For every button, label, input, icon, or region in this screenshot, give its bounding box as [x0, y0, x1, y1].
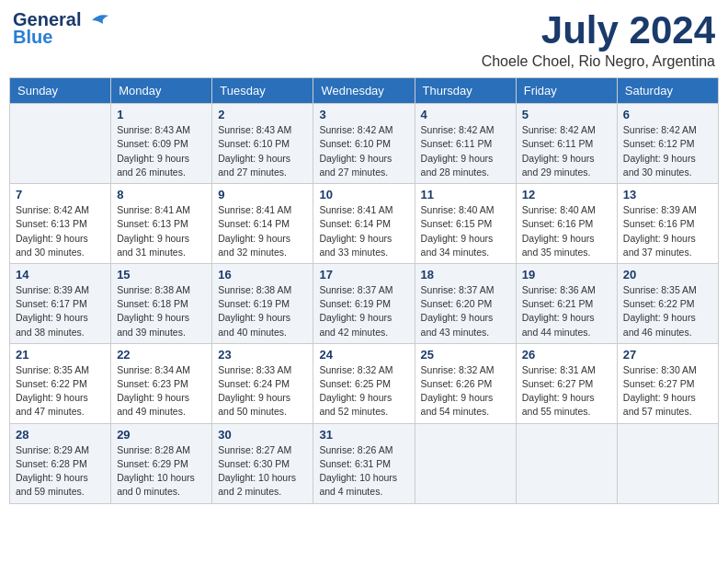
calendar-cell: 29Sunrise: 8:28 AM Sunset: 6:29 PM Dayli…: [111, 423, 212, 503]
calendar-cell: 8Sunrise: 8:41 AM Sunset: 6:13 PM Daylig…: [111, 184, 212, 264]
calendar-week-row: 1Sunrise: 8:43 AM Sunset: 6:09 PM Daylig…: [10, 104, 719, 184]
calendar-week-row: 7Sunrise: 8:42 AM Sunset: 6:13 PM Daylig…: [10, 184, 719, 264]
calendar-cell: 28Sunrise: 8:29 AM Sunset: 6:28 PM Dayli…: [10, 423, 111, 503]
calendar-cell: 9Sunrise: 8:41 AM Sunset: 6:14 PM Daylig…: [212, 184, 313, 264]
logo: General Blue: [13, 9, 110, 48]
calendar-cell: 23Sunrise: 8:33 AM Sunset: 6:24 PM Dayli…: [212, 343, 313, 423]
calendar-week-row: 28Sunrise: 8:29 AM Sunset: 6:28 PM Dayli…: [10, 423, 719, 503]
calendar-header-row: SundayMondayTuesdayWednesdayThursdayFrid…: [10, 78, 719, 104]
day-number: 2: [218, 108, 307, 121]
day-number: 9: [218, 188, 307, 201]
day-detail: Sunrise: 8:38 AM Sunset: 6:19 PM Dayligh…: [218, 283, 307, 339]
calendar-cell: 5Sunrise: 8:42 AM Sunset: 6:11 PM Daylig…: [516, 104, 617, 184]
day-number: 15: [117, 268, 206, 282]
day-detail: Sunrise: 8:33 AM Sunset: 6:24 PM Dayligh…: [218, 363, 307, 419]
day-detail: Sunrise: 8:34 AM Sunset: 6:23 PM Dayligh…: [117, 363, 206, 419]
day-detail: Sunrise: 8:37 AM Sunset: 6:20 PM Dayligh…: [421, 283, 510, 339]
day-number: 4: [421, 108, 510, 121]
day-detail: Sunrise: 8:32 AM Sunset: 6:26 PM Dayligh…: [421, 363, 510, 419]
day-detail: Sunrise: 8:42 AM Sunset: 6:13 PM Dayligh…: [16, 203, 105, 259]
calendar-cell: 26Sunrise: 8:31 AM Sunset: 6:27 PM Dayli…: [516, 343, 617, 423]
calendar-cell: 22Sunrise: 8:34 AM Sunset: 6:23 PM Dayli…: [111, 343, 212, 423]
calendar-cell: 21Sunrise: 8:35 AM Sunset: 6:22 PM Dayli…: [10, 343, 111, 423]
month-title: July 2024: [482, 9, 715, 52]
day-number: 13: [623, 188, 712, 201]
calendar-week-row: 14Sunrise: 8:39 AM Sunset: 6:17 PM Dayli…: [10, 263, 719, 343]
day-number: 31: [319, 428, 408, 442]
day-detail: Sunrise: 8:36 AM Sunset: 6:21 PM Dayligh…: [522, 283, 611, 339]
day-detail: Sunrise: 8:29 AM Sunset: 6:28 PM Dayligh…: [16, 443, 105, 500]
day-detail: Sunrise: 8:26 AM Sunset: 6:31 PM Dayligh…: [319, 443, 408, 500]
title-area: July 2024 Choele Choel, Rio Negro, Argen…: [482, 9, 715, 70]
calendar-cell: 16Sunrise: 8:38 AM Sunset: 6:19 PM Dayli…: [212, 263, 313, 343]
day-number: 18: [421, 268, 510, 282]
day-detail: Sunrise: 8:35 AM Sunset: 6:22 PM Dayligh…: [623, 283, 712, 339]
day-detail: Sunrise: 8:41 AM Sunset: 6:14 PM Dayligh…: [218, 203, 307, 259]
day-detail: Sunrise: 8:40 AM Sunset: 6:16 PM Dayligh…: [522, 203, 611, 259]
day-detail: Sunrise: 8:41 AM Sunset: 6:13 PM Dayligh…: [117, 203, 206, 259]
calendar-cell: 25Sunrise: 8:32 AM Sunset: 6:26 PM Dayli…: [415, 343, 516, 423]
calendar-table: SundayMondayTuesdayWednesdayThursdayFrid…: [9, 77, 719, 503]
day-number: 22: [117, 348, 206, 362]
logo-bird-icon: [83, 11, 110, 29]
day-detail: Sunrise: 8:31 AM Sunset: 6:27 PM Dayligh…: [522, 363, 611, 419]
calendar-cell: 31Sunrise: 8:26 AM Sunset: 6:31 PM Dayli…: [313, 423, 415, 503]
day-detail: Sunrise: 8:43 AM Sunset: 6:10 PM Dayligh…: [218, 123, 307, 179]
location-title: Choele Choel, Rio Negro, Argentina: [482, 53, 715, 70]
day-number: 19: [522, 268, 611, 282]
calendar-cell: 14Sunrise: 8:39 AM Sunset: 6:17 PM Dayli…: [10, 263, 111, 343]
calendar-cell: 18Sunrise: 8:37 AM Sunset: 6:20 PM Dayli…: [415, 263, 516, 343]
day-detail: Sunrise: 8:39 AM Sunset: 6:17 PM Dayligh…: [16, 283, 105, 339]
day-number: 6: [623, 108, 712, 121]
weekday-header-thursday: Thursday: [415, 78, 516, 104]
day-number: 3: [319, 108, 408, 121]
day-number: 11: [421, 188, 510, 201]
day-detail: Sunrise: 8:42 AM Sunset: 6:11 PM Dayligh…: [522, 123, 611, 179]
day-number: 10: [319, 188, 408, 201]
day-number: 29: [117, 428, 206, 442]
calendar-cell: 11Sunrise: 8:40 AM Sunset: 6:15 PM Dayli…: [415, 184, 516, 264]
weekday-header-wednesday: Wednesday: [313, 78, 415, 104]
day-number: 7: [16, 188, 105, 201]
day-number: 21: [16, 348, 105, 362]
day-detail: Sunrise: 8:42 AM Sunset: 6:12 PM Dayligh…: [623, 123, 712, 179]
calendar-cell: 27Sunrise: 8:30 AM Sunset: 6:27 PM Dayli…: [617, 343, 718, 423]
day-number: 23: [218, 348, 307, 362]
day-number: 27: [623, 348, 712, 362]
calendar-cell: [617, 423, 718, 503]
calendar-cell: 10Sunrise: 8:41 AM Sunset: 6:14 PM Dayli…: [313, 184, 415, 264]
day-detail: Sunrise: 8:30 AM Sunset: 6:27 PM Dayligh…: [623, 363, 712, 419]
calendar-cell: 1Sunrise: 8:43 AM Sunset: 6:09 PM Daylig…: [111, 104, 212, 184]
day-detail: Sunrise: 8:35 AM Sunset: 6:22 PM Dayligh…: [16, 363, 105, 419]
day-number: 1: [117, 108, 206, 121]
day-detail: Sunrise: 8:42 AM Sunset: 6:11 PM Dayligh…: [421, 123, 510, 179]
calendar-cell: 2Sunrise: 8:43 AM Sunset: 6:10 PM Daylig…: [212, 104, 313, 184]
weekday-header-friday: Friday: [516, 78, 617, 104]
calendar-week-row: 21Sunrise: 8:35 AM Sunset: 6:22 PM Dayli…: [10, 343, 719, 423]
calendar-cell: [10, 104, 111, 184]
day-number: 26: [522, 348, 611, 362]
day-number: 20: [623, 268, 712, 282]
day-detail: Sunrise: 8:42 AM Sunset: 6:10 PM Dayligh…: [319, 123, 408, 179]
calendar-cell: 12Sunrise: 8:40 AM Sunset: 6:16 PM Dayli…: [516, 184, 617, 264]
calendar-cell: 7Sunrise: 8:42 AM Sunset: 6:13 PM Daylig…: [10, 184, 111, 264]
calendar-cell: 13Sunrise: 8:39 AM Sunset: 6:16 PM Dayli…: [617, 184, 718, 264]
day-number: 17: [319, 268, 408, 282]
page-header: General Blue July 2024 Choele Choel, Rio…: [9, 9, 719, 70]
day-detail: Sunrise: 8:37 AM Sunset: 6:19 PM Dayligh…: [319, 283, 408, 339]
calendar-cell: [415, 423, 516, 503]
day-number: 25: [421, 348, 510, 362]
calendar-cell: 4Sunrise: 8:42 AM Sunset: 6:11 PM Daylig…: [415, 104, 516, 184]
day-number: 16: [218, 268, 307, 282]
day-detail: Sunrise: 8:40 AM Sunset: 6:15 PM Dayligh…: [421, 203, 510, 259]
calendar-cell: 20Sunrise: 8:35 AM Sunset: 6:22 PM Dayli…: [617, 263, 718, 343]
day-detail: Sunrise: 8:32 AM Sunset: 6:25 PM Dayligh…: [319, 363, 408, 419]
day-number: 12: [522, 188, 611, 201]
calendar-cell: 3Sunrise: 8:42 AM Sunset: 6:10 PM Daylig…: [313, 104, 415, 184]
day-detail: Sunrise: 8:43 AM Sunset: 6:09 PM Dayligh…: [117, 123, 206, 179]
day-detail: Sunrise: 8:41 AM Sunset: 6:14 PM Dayligh…: [319, 203, 408, 259]
day-detail: Sunrise: 8:38 AM Sunset: 6:18 PM Dayligh…: [117, 283, 206, 339]
day-detail: Sunrise: 8:39 AM Sunset: 6:16 PM Dayligh…: [623, 203, 712, 259]
day-number: 5: [522, 108, 611, 121]
day-number: 8: [117, 188, 206, 201]
